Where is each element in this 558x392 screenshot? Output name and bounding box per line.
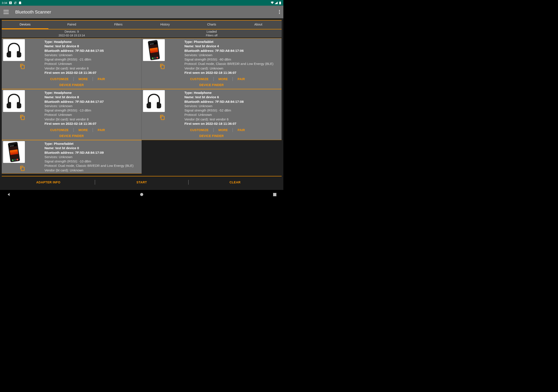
device-services: Services: Unknown xyxy=(44,53,140,57)
more-button[interactable]: MORE xyxy=(74,77,93,81)
device-vendor: Vendor (bt card): test vendor 8 xyxy=(44,66,140,71)
pair-button[interactable]: PAIR xyxy=(233,128,250,132)
device-type: Type: Headphone xyxy=(44,40,72,43)
copy-icon[interactable] xyxy=(19,165,25,172)
copy-icon[interactable] xyxy=(19,63,25,70)
copy-icon[interactable] xyxy=(159,114,165,121)
device-first-seen: First seen on 2022-02-18 11:36:07 xyxy=(184,71,236,75)
device-type: Type: Headphone xyxy=(184,91,212,94)
device-finder-button[interactable]: DEVICE FINDER xyxy=(2,82,141,89)
recents-icon[interactable] xyxy=(272,192,277,197)
filter-status: Filters off xyxy=(142,34,282,38)
start-button[interactable]: START xyxy=(95,176,188,188)
device-card[interactable]: 12:13 Type: Phone/tablet Name: test bt d… xyxy=(2,140,142,174)
home-icon[interactable] xyxy=(139,192,144,197)
status-icon-sd xyxy=(18,1,22,4)
device-info: Type: Phone/tablet Name: test bt device … xyxy=(25,141,140,173)
device-protocol: Protocol: Dual mode, Classic BR/EDR and … xyxy=(184,62,280,66)
device-info: Type: Headphone Name: test bt device 6 B… xyxy=(165,90,280,127)
customize-button[interactable]: CUSTOMIZE xyxy=(185,128,213,132)
device-rssi: Signal strength (RSSI): -21 dBm xyxy=(44,57,140,62)
svg-rect-5 xyxy=(21,65,24,68)
device-address: Bluetooth address: 7F:5D:A8:84:17:08 xyxy=(184,100,244,103)
device-list[interactable]: Type: Headphone Name: test bt device 8 B… xyxy=(2,38,282,176)
headphone-icon xyxy=(143,90,165,112)
phone-icon: 12:13 xyxy=(143,39,165,61)
device-name-label: Name: test bt device 6 xyxy=(184,95,219,99)
device-name-label: Name: test bt device 4 xyxy=(184,44,219,48)
headphone-icon xyxy=(3,90,25,112)
device-card[interactable]: 12:13 Type: Phone/tablet Name: test bt d… xyxy=(142,38,282,89)
more-button[interactable]: MORE xyxy=(214,77,233,81)
customize-button[interactable]: CUSTOMIZE xyxy=(45,128,73,132)
svg-rect-3 xyxy=(279,2,281,4)
device-info: Type: Headphone Name: test bt device 8 B… xyxy=(25,39,140,76)
device-rssi: Signal strength (RSSI): -80 dBm xyxy=(184,57,280,62)
device-address: Bluetooth address: 7F:5D:A8:84:17:09 xyxy=(44,151,104,154)
status-icon-a: A xyxy=(9,1,12,4)
back-icon[interactable] xyxy=(6,192,11,197)
tab-filters[interactable]: Filters xyxy=(95,20,142,29)
headphone-icon xyxy=(3,39,25,61)
more-button[interactable]: MORE xyxy=(74,128,93,132)
customize-button[interactable]: CUSTOMIZE xyxy=(45,77,73,81)
summary-sub-row: 2022-02-18 15:13:14 Filters off xyxy=(2,34,282,38)
adapter-info-button[interactable]: ADAPTER INFO xyxy=(2,176,95,188)
device-services: Services: Unknown xyxy=(184,104,280,108)
svg-rect-16 xyxy=(161,116,164,119)
device-finder-button[interactable]: DEVICE FINDER xyxy=(142,133,281,140)
device-finder-button[interactable]: DEVICE FINDER xyxy=(2,133,141,140)
device-first-seen: First seen on 2022-02-18 11:36:07 xyxy=(184,122,236,125)
device-rssi: Signal strength (RSSI): -10 dBm xyxy=(44,159,140,163)
overflow-menu-icon[interactable] xyxy=(279,10,280,14)
signal-icon xyxy=(275,1,278,4)
tab-about[interactable]: About xyxy=(235,20,282,29)
more-button[interactable]: MORE xyxy=(214,128,233,132)
device-protocol: Protocol: Dual mode, Classic BR/EDR and … xyxy=(44,163,140,168)
device-vendor: Vendor (bt card): test vendor 6 xyxy=(184,117,280,121)
app-title: Bluetooth Scanner xyxy=(15,9,51,15)
device-first-seen: First seen on 2022-02-18 11:36:07 xyxy=(44,71,96,75)
device-rssi: Signal strength (RSSI): -13 dBm xyxy=(44,108,140,113)
hamburger-icon[interactable] xyxy=(3,10,9,14)
android-status-bar: 3:34 A xyxy=(0,0,283,6)
customize-button[interactable]: CUSTOMIZE xyxy=(185,77,213,81)
device-type: Type: Headphone xyxy=(44,91,72,94)
device-services: Services: Unknown xyxy=(44,104,140,108)
svg-rect-25 xyxy=(21,167,24,170)
device-vendor: Vendor (bt card): Unknown xyxy=(184,66,280,71)
device-services: Services: Unknown xyxy=(184,53,280,57)
device-card[interactable]: Type: Headphone Name: test bt device 8 B… xyxy=(2,38,142,89)
device-protocol: Protocol: Unknown xyxy=(184,113,280,117)
device-card[interactable]: Type: Headphone Name: test bt device 6 B… xyxy=(142,89,282,140)
svg-rect-27 xyxy=(273,193,276,196)
svg-point-26 xyxy=(140,193,143,196)
app-bar: Bluetooth Scanner xyxy=(0,6,283,18)
device-name-label: Name: test bt device 8 xyxy=(44,44,79,48)
device-address: Bluetooth address: 7F:5D:A8:84:17:07 xyxy=(44,100,104,103)
pair-button[interactable]: PAIR xyxy=(233,77,250,81)
tab-paired[interactable]: Paired xyxy=(48,20,95,29)
summary-row: Devices: 9 Loaded xyxy=(2,29,282,34)
android-nav-bar xyxy=(0,190,283,199)
device-card[interactable]: Type: Headphone Name: test bt device 8 B… xyxy=(2,89,142,140)
tab-charts[interactable]: Charts xyxy=(188,20,235,29)
svg-rect-4 xyxy=(280,1,280,2)
wifi-icon xyxy=(271,1,274,4)
tab-bar: Devices Paired Filters History Charts Ab… xyxy=(2,20,282,29)
pair-button[interactable]: PAIR xyxy=(93,128,110,132)
device-type: Type: Phone/tablet xyxy=(44,142,73,145)
copy-icon[interactable] xyxy=(19,114,25,121)
svg-rect-14 xyxy=(161,65,164,68)
pair-button[interactable]: PAIR xyxy=(93,77,110,81)
device-address: Bluetooth address: 7F:5D:A8:84:17:05 xyxy=(44,49,104,52)
device-services: Services: Unknown xyxy=(44,155,140,159)
content-area: Devices Paired Filters History Charts Ab… xyxy=(0,18,283,190)
tab-devices[interactable]: Devices xyxy=(2,20,48,29)
clear-button[interactable]: CLEAR xyxy=(189,176,282,188)
device-type: Type: Phone/tablet xyxy=(184,40,213,43)
tab-history[interactable]: History xyxy=(142,20,188,29)
phone-icon: 12:13 xyxy=(3,141,25,163)
copy-icon[interactable] xyxy=(159,63,165,70)
device-finder-button[interactable]: DEVICE FINDER xyxy=(142,82,281,89)
